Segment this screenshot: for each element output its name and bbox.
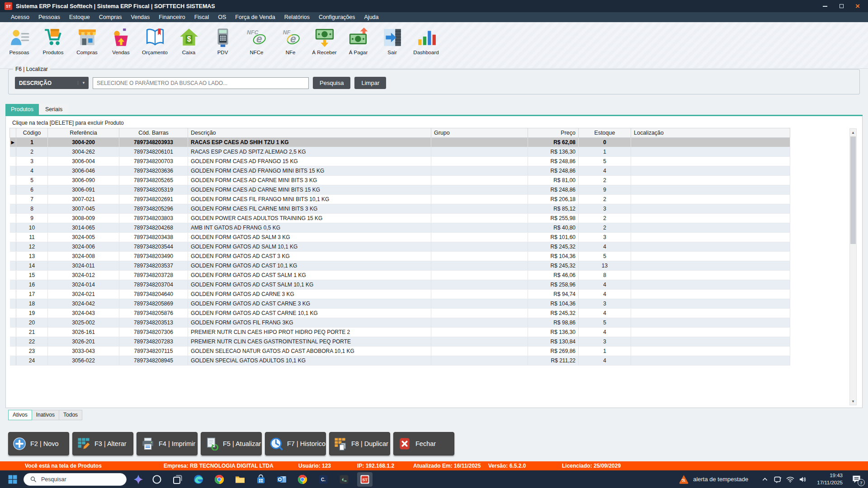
table-row[interactable]: 23004-2627897348206101RACAS ESP CAES AD … (10, 147, 790, 157)
table-row[interactable]: 203025-0027897348203513GOLDEN FORM GATOS… (10, 318, 790, 328)
menu-item-vendas[interactable]: Vendas (127, 14, 155, 20)
taskbar-edge-icon[interactable] (191, 472, 206, 487)
action-button-f8-duplicar[interactable]: F8 | Duplicar (329, 432, 390, 455)
taskbar-circle-icon[interactable] (149, 472, 165, 487)
menu-item-forca-de-venda[interactable]: Força de Venda (231, 14, 279, 20)
start-button[interactable] (7, 474, 18, 485)
taskbar-outlook-icon[interactable] (274, 472, 289, 487)
filter-tab-inativos[interactable]: Inativos (32, 410, 59, 420)
menu-item-acesso[interactable]: Acesso (6, 14, 34, 20)
table-row[interactable]: 123024-0067897348203544GOLDEN FORM GATOS… (10, 242, 790, 252)
toolbar-item-pessoas[interactable]: Pessoas (5, 26, 34, 68)
filter-tab-todos[interactable]: Todos (59, 410, 82, 420)
action-button-f2-novo[interactable]: F2 | Novo (8, 432, 69, 455)
copilot-icon[interactable] (133, 474, 144, 485)
table-row[interactable]: 243056-0227897348208945GOLDEN SPECIAL GA… (10, 356, 790, 366)
action-button-fechar[interactable]: Fechar (393, 432, 454, 455)
taskbar-task-view-icon[interactable] (170, 472, 185, 487)
notifications-button[interactable]: 7 (851, 474, 862, 484)
weather-alert[interactable]: alerta de tempestade (679, 474, 748, 484)
column-header-localizacao[interactable]: Localização (631, 128, 790, 138)
action-button-f4-imprimir[interactable]: F4 | Imprimir (137, 432, 198, 455)
taskbar-file-explorer-icon[interactable] (232, 472, 248, 487)
maximize-button[interactable] (838, 3, 844, 9)
table-row[interactable]: 33006-0047897348200703GOLDEN FORM CAES A… (10, 157, 790, 166)
column-header-codigo[interactable]: Código (16, 128, 48, 138)
toolbar-item-nfe[interactable]: NFeNFe (276, 26, 305, 68)
minimize-button[interactable] (822, 3, 828, 9)
menu-item-ajuda[interactable]: Ajuda (360, 14, 383, 20)
menu-item-fiscal[interactable]: Fiscal (190, 14, 214, 20)
taskbar-softtech-app-icon[interactable]: ST (357, 472, 373, 487)
table-row[interactable]: 73007-0217897348202691GOLDEN FORM CAES F… (10, 195, 790, 204)
search-button[interactable]: Pesquisa (313, 77, 350, 89)
table-row[interactable]: 53006-0907897348205265GOLDEN FORM CAES A… (10, 176, 790, 185)
toolbar-item-caixa[interactable]: $Caixa (174, 26, 203, 68)
table-row[interactable]: 83007-0457897348205296GOLDEN FORM CAES F… (10, 204, 790, 214)
taskbar-code-app-icon[interactable]: C. (316, 472, 331, 487)
tray-volume-icon[interactable] (798, 475, 807, 484)
taskbar-search[interactable]: Pesquisar (24, 473, 127, 486)
menu-item-estoque[interactable]: Estoque (65, 14, 94, 20)
close-button[interactable]: × (854, 3, 861, 9)
column-header-cod-barras[interactable]: Cód. Barras (119, 128, 188, 138)
table-row[interactable]: 63006-0917897348205319GOLDEN FORM CAES A… (10, 185, 790, 195)
toolbar-item-compras[interactable]: Compras (72, 26, 102, 68)
search-input[interactable] (93, 77, 309, 89)
tab-produtos[interactable]: Produtos (5, 104, 39, 115)
toolbar-item-a-pagar[interactable]: Á Pagar (344, 26, 373, 68)
table-row[interactable]: ▶13004-2007897348203933RACAS ESP CAES AD… (10, 138, 790, 147)
table-row[interactable]: 133024-0087897348203490GOLDEN FORM GATOS… (10, 252, 790, 261)
tray-chat-icon[interactable] (773, 475, 782, 484)
table-row[interactable]: 213026-1617897348207306PREMIER NUTR CLIN… (10, 328, 790, 337)
clear-button[interactable]: Limpar (354, 77, 386, 89)
table-row[interactable]: 233033-0437897348207115GOLDEN SELECAO NA… (10, 347, 790, 356)
scroll-down-icon[interactable]: ▼ (850, 398, 856, 405)
menu-item-financeiro[interactable]: Financeiro (154, 14, 189, 20)
taskbar-dark-app-icon[interactable] (336, 472, 352, 487)
taskbar-ms-store-icon[interactable] (253, 472, 269, 487)
table-row[interactable]: 193024-0437897348205876GOLDEN FORM GATOS… (10, 309, 790, 318)
column-header-estoque[interactable]: Estoque (579, 128, 631, 138)
menu-item-configuracoes[interactable]: Configurações (314, 14, 360, 20)
menu-item-compras[interactable]: Compras (94, 14, 127, 20)
action-button-f7-historico[interactable]: F7 | Historico (265, 432, 326, 455)
scroll-up-icon[interactable]: ▲ (850, 129, 856, 136)
table-row[interactable]: 223026-2017897348207283PREMIER NUTR CLIN… (10, 337, 790, 347)
taskbar-clock[interactable]: 19:43 17/11/2025 (817, 472, 843, 486)
table-row[interactable]: 93008-0097897348203803GOLDEN POWER CAES … (10, 214, 790, 223)
menu-item-pessoas[interactable]: Pessoas (34, 14, 65, 20)
action-button-f5-atualizar[interactable]: F5 | Atualizar (201, 432, 262, 455)
toolbar-item-orcamento[interactable]: Orçamento (140, 26, 170, 68)
table-row[interactable]: 183024-0427897348205869GOLDEN FORM GATOS… (10, 299, 790, 309)
action-button-f3-alterar[interactable]: F3 | Alterar (72, 432, 133, 455)
table-row[interactable]: 153024-0127897348203728GOLDEN FORM GATOS… (10, 271, 790, 280)
taskbar-chrome-icon[interactable] (212, 472, 227, 487)
search-filter-select[interactable]: DESCRIÇÃO ▼ (15, 77, 89, 89)
toolbar-item-dashboard[interactable]: Dashboard (411, 26, 441, 68)
menu-item-relatorios[interactable]: Relatórios (280, 14, 314, 20)
toolbar-item-nfce[interactable]: NFCeNFCe (242, 26, 271, 68)
filter-tab-ativos[interactable]: Ativos (8, 410, 32, 420)
vertical-scrollbar[interactable]: ▲ ▼ (849, 128, 857, 405)
toolbar-item-pdv[interactable]: PDV (208, 26, 237, 68)
tab-seriais[interactable]: Seriais (40, 104, 68, 115)
column-header-descricao[interactable]: Descrição (188, 128, 431, 138)
column-header-preco[interactable]: Preço (528, 128, 579, 138)
toolbar-item-vendas[interactable]: Vendas (106, 26, 136, 68)
menu-item-os[interactable]: OS (213, 14, 231, 20)
table-row[interactable]: 43006-0467897348203636GOLDEN FORM CAES A… (10, 166, 790, 176)
toolbar-item-a-receber[interactable]: Á Receber (310, 26, 339, 68)
table-row[interactable]: 173024-0217897348204640GOLDEN FORM GATOS… (10, 290, 790, 299)
tray-chevron-up-icon[interactable] (760, 475, 769, 484)
table-row[interactable]: 113024-0057897348203438GOLDEN FORM GATOS… (10, 233, 790, 242)
column-header-referencia[interactable]: Referência (48, 128, 119, 138)
toolbar-item-sair[interactable]: Sair (377, 26, 407, 68)
table-row[interactable]: 103014-0657897348204268AMB INT GATOS AD … (10, 223, 790, 233)
toolbar-item-produtos[interactable]: Produtos (38, 26, 68, 68)
table-row[interactable]: 143024-0117897348203537GOLDEN FORM GATOS… (10, 261, 790, 271)
tray-wifi-icon[interactable] (786, 475, 795, 484)
taskbar-chrome2-icon[interactable] (295, 472, 310, 487)
column-header-grupo[interactable]: Grupo (431, 128, 528, 138)
scrollbar-thumb[interactable] (850, 136, 856, 244)
